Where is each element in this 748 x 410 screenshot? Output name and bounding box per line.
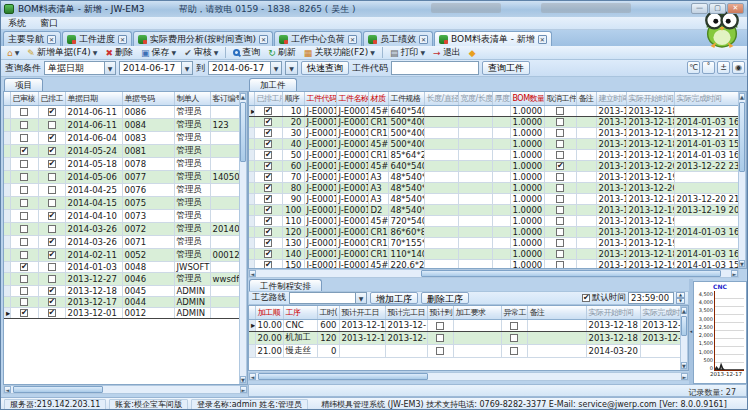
cell[interactable] [10,222,38,235]
cell[interactable]: 0048 [122,261,174,272]
checkbox[interactable] [20,199,28,207]
cell[interactable]: 2013-12- [385,319,427,331]
cell[interactable]: 600 [317,319,339,331]
table-row[interactable]: 2014-04-250076管理员 [4,183,240,196]
cell[interactable]: 2014-06-11 [65,118,122,131]
cell[interactable] [492,160,510,171]
cell[interactable] [453,331,501,344]
cell[interactable]: A3 [368,171,388,182]
checkbox[interactable] [264,151,272,159]
checkbox[interactable] [436,347,444,355]
checkbox[interactable] [264,140,272,148]
extra-filter-combo[interactable]: ▼ [285,61,298,75]
table-row[interactable]: 100J-E0001-J-E0001-D248*540*1.00002013-1… [249,204,738,215]
column-header[interactable]: 长度/直径 [424,92,458,105]
cell[interactable] [210,235,240,248]
checkbox[interactable] [556,261,564,269]
cell[interactable]: CNC [283,319,317,331]
cell[interactable] [38,170,65,183]
cell[interactable] [38,196,65,209]
cell[interactable]: 0075 [122,196,174,209]
cell[interactable] [210,285,240,296]
cell[interactable] [210,261,240,272]
cell[interactable]: J-E0001- [304,248,336,259]
cell[interactable]: J-E0001- [304,116,336,127]
cell[interactable] [492,237,510,248]
cell[interactable] [576,149,596,160]
cell[interactable]: 慢走丝 [283,344,317,357]
cell[interactable]: 150 [282,259,304,269]
cell[interactable]: 2013-12- [596,138,626,149]
save-button[interactable]: ▣保存▼ [138,47,179,59]
cell[interactable]: JWSOFT [174,261,210,272]
cell[interactable]: 管理员 [174,272,210,285]
menu-window[interactable]: 窗口 [40,17,58,30]
cell[interactable] [10,183,38,196]
scroll-right-arrow[interactable]: ► [240,386,247,393]
table-row[interactable]: 150J-E0001-J-E0001-45#220.6*251.00002013… [249,259,738,269]
table-row[interactable]: 30J-E0001-J-E0001-CR12500*4001.00002013-… [249,127,738,138]
cell[interactable]: 2014-05-24 [65,144,122,157]
checkbox[interactable] [264,173,272,181]
table-row[interactable]: 2014-01-030048JWSOFT [4,261,240,272]
cell[interactable] [544,116,576,127]
cell[interactable]: 管理员 [174,209,210,222]
cell[interactable]: A3 [368,193,388,204]
checkbox[interactable] [556,107,564,115]
cell[interactable]: 1.0000 [510,193,544,204]
cell[interactable]: 管理员 [174,131,210,144]
cell[interactable] [424,149,458,160]
cell[interactable]: 60 [282,160,304,171]
table-row[interactable]: 40J-E0001-J-E0001-45#500*4001.00002013-1… [249,138,738,149]
cell[interactable] [424,237,458,248]
cell[interactable] [10,144,38,157]
table-row[interactable]: 2014-03-260071管理员 [4,235,240,248]
tab-close-icon[interactable]: ✕ [538,35,547,44]
help-button[interactable]: ◆ [466,47,479,59]
cell[interactable]: 1.0000 [510,138,544,149]
cell[interactable]: 2013-12-18 14 [626,149,674,160]
cell[interactable]: 140506000 [210,170,240,183]
cell[interactable] [458,160,492,171]
cell[interactable]: J-E0001- [336,182,368,193]
cell[interactable]: 20140326 [210,222,240,235]
cell[interactable]: J-E0001- [336,237,368,248]
cell[interactable]: 123 [210,118,240,131]
column-header[interactable]: 顺序 [282,92,304,105]
cell[interactable] [10,105,38,118]
cell[interactable] [254,259,282,269]
cell[interactable] [501,319,527,331]
horizontal-scrollbar[interactable]: ◄ ► [248,372,689,381]
cell[interactable] [254,215,282,226]
audit-button[interactable]: ✔审核▼ [181,47,221,59]
tab-close-icon[interactable]: ✕ [118,35,127,44]
checkbox[interactable] [48,199,56,207]
cell[interactable]: 管理员 [174,235,210,248]
cell[interactable]: J-E0001- [304,138,336,149]
column-header[interactable]: 建立时间 [596,92,626,105]
checkbox[interactable] [48,121,56,129]
table-row[interactable]: 2014-06-110084管理员123 [4,118,240,131]
cell[interactable] [544,138,576,149]
checkbox[interactable] [48,108,56,116]
checkbox[interactable] [48,251,56,259]
cell[interactable] [38,105,65,118]
cell[interactable]: J-E0001- [304,127,336,138]
cell[interactable] [544,149,576,160]
cell[interactable]: 48*540* [388,204,424,215]
scroll-left-arrow[interactable]: ◄ [249,373,256,380]
cell[interactable]: CR12 [368,226,388,237]
cell[interactable]: 48*540* [388,193,424,204]
cell[interactable] [10,261,38,272]
menu-system[interactable]: 系统 [8,17,26,30]
checkbox[interactable] [556,250,564,258]
date-to-combo[interactable]: 2014-06-17 ▼ [208,61,282,75]
cell[interactable] [10,235,38,248]
cell[interactable]: 48*540* [388,171,424,182]
cell[interactable]: 2013-12- [596,259,626,269]
table-row[interactable]: 2013-12-170044ADMIN [4,296,240,307]
checkbox[interactable] [20,160,28,168]
cell[interactable] [210,105,240,118]
scroll-left-arrow[interactable]: ◄ [249,270,256,277]
cell[interactable]: J-E0001- [304,149,336,160]
